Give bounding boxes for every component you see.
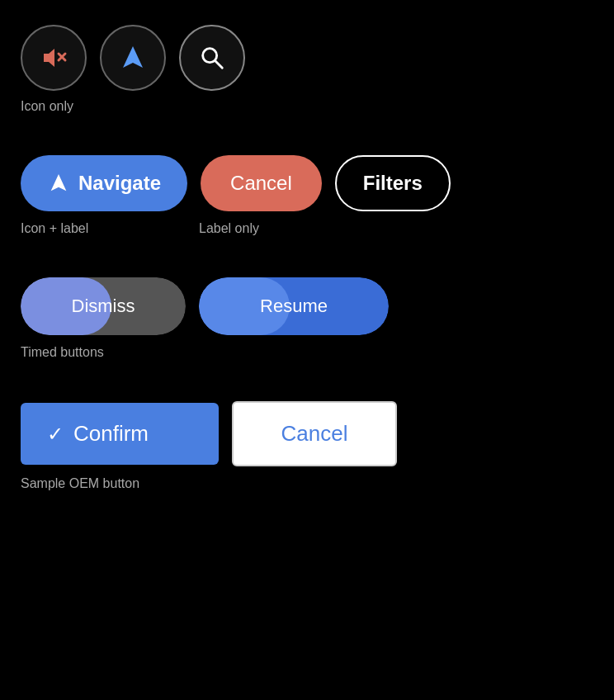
confirm-oem-button[interactable]: ✓ Confirm (21, 403, 219, 465)
mute-icon-button[interactable] (21, 25, 87, 91)
dismiss-timed-button[interactable]: Dismiss (21, 277, 186, 335)
filters-label: Filters (363, 172, 423, 194)
resume-label: Resume (260, 296, 328, 317)
timed-buttons-label: Timed buttons (21, 345, 593, 360)
svg-marker-3 (123, 46, 143, 68)
filters-button[interactable]: Filters (335, 155, 451, 211)
navigate-btn-icon (47, 172, 70, 195)
label-only-caption: Label only (199, 221, 259, 236)
icon-only-label: Icon only (21, 99, 593, 114)
search-icon-button[interactable] (179, 25, 245, 91)
dismiss-label: Dismiss (72, 296, 135, 317)
confirm-oem-label: Confirm (73, 421, 149, 447)
cancel-red-label: Cancel (230, 172, 292, 194)
navigate-icon-button[interactable] (100, 25, 166, 91)
navigate-button[interactable]: Navigate (21, 155, 187, 211)
svg-marker-6 (51, 174, 67, 191)
resume-timed-button[interactable]: Resume (199, 277, 389, 335)
search-icon (198, 44, 226, 72)
svg-marker-0 (44, 49, 54, 67)
oem-button-label: Sample OEM button (21, 476, 593, 491)
navigate-arrow-icon (118, 43, 148, 73)
cancel-oem-label: Cancel (281, 421, 348, 446)
icon-plus-label-caption: Icon + label (21, 221, 186, 236)
confirm-checkmark-icon: ✓ (47, 423, 64, 446)
cancel-red-button[interactable]: Cancel (201, 155, 322, 211)
navigate-button-label: Navigate (78, 172, 161, 195)
mute-icon (39, 43, 68, 73)
svg-line-5 (215, 61, 223, 69)
cancel-oem-button[interactable]: Cancel (232, 401, 397, 466)
